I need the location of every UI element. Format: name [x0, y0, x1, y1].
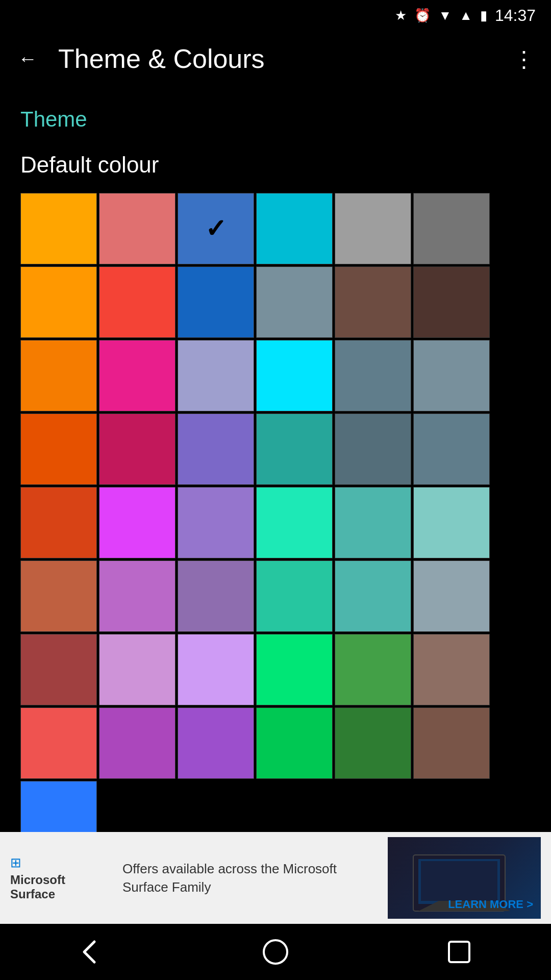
color-cell-1-2[interactable]	[178, 266, 254, 338]
color-cell-3-2[interactable]	[178, 413, 254, 485]
color-cell-2-3[interactable]	[256, 340, 333, 411]
color-cell-0-1[interactable]	[99, 193, 176, 264]
app-bar: ← Theme & Colours ⋮	[0, 31, 551, 87]
color-cell-2-1[interactable]	[99, 340, 176, 411]
battery-icon: ▮	[480, 8, 487, 23]
back-button[interactable]: ←	[12, 43, 43, 74]
color-cell-0-4[interactable]	[335, 193, 411, 264]
color-cell-1-4[interactable]	[335, 266, 411, 338]
alarm-icon: ⏰	[414, 8, 431, 23]
color-cell-3-4[interactable]	[335, 413, 411, 485]
color-cell-1-0[interactable]	[20, 266, 97, 338]
ad-description: Offers available across the Microsoft Su…	[122, 861, 337, 895]
app-bar-title: Theme & Colours	[58, 43, 493, 74]
nav-home-button[interactable]	[255, 932, 296, 972]
color-cell-5-1[interactable]	[99, 560, 176, 632]
nav-back-button[interactable]	[71, 932, 112, 972]
color-cell-6-4[interactable]	[335, 634, 411, 705]
ad-logo-text: Microsoft Surface	[10, 873, 112, 901]
more-options-button[interactable]: ⋮	[508, 43, 539, 74]
color-cell-3-1[interactable]	[99, 413, 176, 485]
color-cell-4-0[interactable]	[20, 487, 97, 558]
color-cell-5-3[interactable]	[256, 560, 333, 632]
color-cell-3-3[interactable]	[256, 413, 333, 485]
ad-cta: LEARN MORE >	[448, 898, 533, 911]
color-cell-4-4[interactable]	[335, 487, 411, 558]
color-cell-0-3[interactable]	[256, 193, 333, 264]
color-row-4	[20, 487, 531, 558]
color-cell-7-3[interactable]	[256, 707, 333, 779]
color-cell-5-4[interactable]	[335, 560, 411, 632]
color-cell-1-3[interactable]	[256, 266, 333, 338]
color-row-6	[20, 634, 531, 705]
color-cell-0-5[interactable]	[413, 193, 490, 264]
color-cell-2-0[interactable]	[20, 340, 97, 411]
color-row-7	[20, 707, 531, 779]
signal-icon: ▲	[459, 8, 472, 23]
wifi-icon: ▼	[438, 8, 452, 23]
color-cell-1-1[interactable]	[99, 266, 176, 338]
color-cell-6-5[interactable]	[413, 634, 490, 705]
color-cell-3-5[interactable]	[413, 413, 490, 485]
color-cell-4-3[interactable]	[256, 487, 333, 558]
color-cell-2-5[interactable]	[413, 340, 490, 411]
ad-content: Offers available across the Microsoft Su…	[122, 860, 378, 897]
color-cell-6-0[interactable]	[20, 634, 97, 705]
back-arrow-icon: ←	[18, 48, 37, 70]
color-cell-1-5[interactable]	[413, 266, 490, 338]
color-cell-5-2[interactable]	[178, 560, 254, 632]
color-cell-6-3[interactable]	[256, 634, 333, 705]
nav-bar	[0, 924, 551, 980]
color-cell-5-5[interactable]	[413, 560, 490, 632]
color-cell-7-0[interactable]	[20, 707, 97, 779]
bluetooth-icon: ★	[395, 8, 407, 23]
color-row-1	[20, 266, 531, 338]
theme-section-label: Theme	[15, 97, 536, 147]
ad-logo: ⊞ Microsoft Surface	[10, 855, 112, 901]
content-area: Theme Default colour Custom colour ...	[0, 87, 551, 952]
color-cell-0-0[interactable]	[20, 193, 97, 264]
nav-back-icon	[79, 939, 105, 965]
color-cell-4-1[interactable]	[99, 487, 176, 558]
color-cell-7-1[interactable]	[99, 707, 176, 779]
status-time: 14:37	[495, 6, 536, 25]
color-cell-4-5[interactable]	[413, 487, 490, 558]
status-bar: ★ ⏰ ▼ ▲ ▮ 14:37	[0, 0, 551, 31]
color-cell-6-1[interactable]	[99, 634, 176, 705]
color-cell-5-0[interactable]	[20, 560, 97, 632]
color-cell-4-2[interactable]	[178, 487, 254, 558]
color-cell-7-2[interactable]	[178, 707, 254, 779]
color-row-5	[20, 560, 531, 632]
nav-recent-button[interactable]	[439, 932, 480, 972]
status-icons: ★ ⏰ ▼ ▲ ▮ 14:37	[395, 6, 536, 25]
color-row-3	[20, 413, 531, 485]
color-cell-0-2[interactable]	[178, 193, 254, 264]
nav-recent-icon	[448, 941, 470, 963]
color-cell-2-4[interactable]	[335, 340, 411, 411]
color-cell-7-5[interactable]	[413, 707, 490, 779]
ad-image: LEARN MORE >	[388, 837, 541, 919]
color-cell-3-0[interactable]	[20, 413, 97, 485]
color-row-0	[20, 193, 531, 264]
svg-rect-2	[421, 861, 497, 901]
ad-banner[interactable]: ⊞ Microsoft Surface Offers available acr…	[0, 832, 551, 924]
nav-home-icon	[263, 939, 288, 965]
color-cell-6-2[interactable]	[178, 634, 254, 705]
color-grid	[15, 193, 536, 852]
color-row-2	[20, 340, 531, 411]
color-cell-2-2[interactable]	[178, 340, 254, 411]
default-colour-label: Default colour	[15, 147, 536, 193]
microsoft-logo-icon: ⊞	[10, 855, 112, 871]
color-cell-7-4[interactable]	[335, 707, 411, 779]
more-dots-icon: ⋮	[513, 46, 534, 72]
